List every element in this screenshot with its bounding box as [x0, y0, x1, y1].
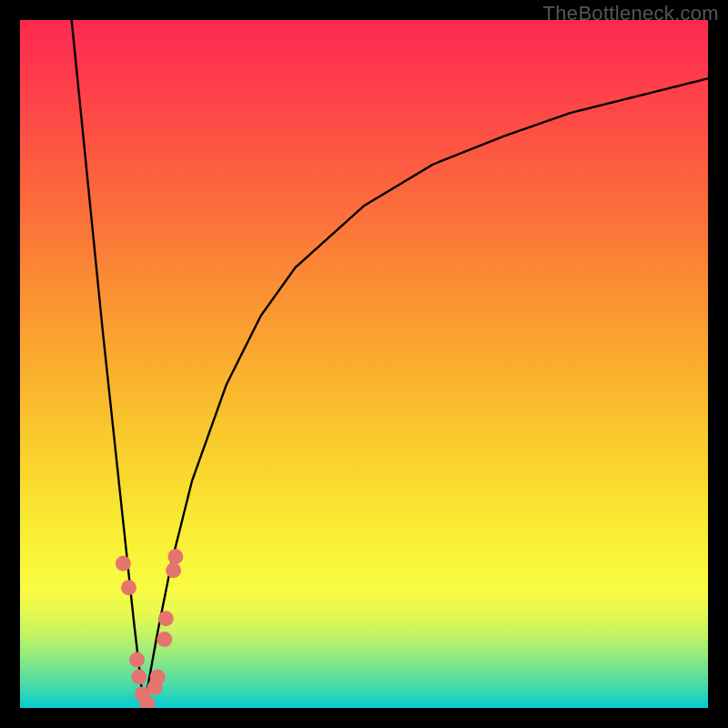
data-marker — [158, 611, 174, 626]
data-marker — [131, 669, 147, 684]
data-marker — [157, 632, 172, 647]
plot-area — [20, 20, 708, 708]
data-marker — [129, 652, 145, 668]
chart-frame: TheBottleneck.com — [0, 0, 728, 728]
data-marker — [167, 549, 183, 564]
data-marker — [121, 580, 136, 595]
left-branch-curve — [72, 20, 144, 708]
marker-group — [116, 549, 183, 708]
data-marker — [166, 562, 181, 578]
right-branch-curve — [144, 78, 708, 708]
curve-layer — [20, 20, 708, 708]
data-marker — [116, 556, 131, 571]
data-marker — [150, 669, 166, 684]
